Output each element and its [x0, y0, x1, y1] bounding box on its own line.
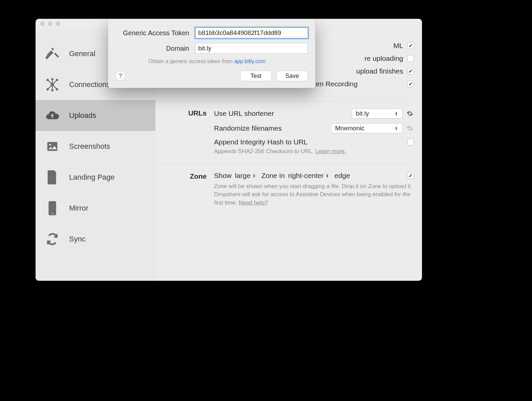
- checkbox[interactable]: [407, 68, 414, 75]
- randomize-select[interactable]: Mnemonic ▲▼: [331, 123, 403, 133]
- zone-section: Zone Show large ▲▼ Zone in: [158, 164, 414, 211]
- svg-point-10: [52, 213, 53, 214]
- chevron-up-down-icon: ▲▼: [395, 126, 400, 130]
- bitly-link[interactable]: app.bitly.com: [234, 58, 265, 64]
- sync-icon: [44, 231, 60, 247]
- zone-text: edge: [334, 172, 403, 180]
- zone-size-select[interactable]: large ▲▼: [233, 172, 259, 180]
- network-icon: [44, 77, 60, 93]
- domain-input[interactable]: [195, 43, 308, 54]
- document-icon: [44, 169, 60, 185]
- checkbox[interactable]: [407, 42, 414, 49]
- svg-point-8: [49, 144, 51, 145]
- phone-icon: [44, 200, 60, 216]
- checkbox[interactable]: [407, 55, 414, 62]
- integrity-label: Append Integrity Hash to URL: [214, 138, 403, 146]
- select-value: large: [235, 172, 251, 180]
- chevron-up-down-icon: ▲▼: [326, 174, 331, 178]
- randomize-label: Randomize filenames: [214, 124, 331, 132]
- zone-position-select[interactable]: right-center ▲▼: [287, 172, 332, 180]
- sidebar-item-label: Sync: [69, 235, 86, 243]
- cloud-upload-icon: [44, 107, 60, 124]
- bitly-auth-sheet: Generic Access Token Domain Obtain a gen…: [108, 19, 315, 88]
- integrity-checkbox[interactable]: [407, 139, 414, 145]
- learn-more-link[interactable]: Learn more.: [315, 148, 346, 154]
- token-input[interactable]: [195, 28, 308, 38]
- sidebar-item-sync[interactable]: Sync: [36, 224, 155, 255]
- sidebar-item-uploads[interactable]: Uploads: [36, 100, 155, 131]
- select-value: bit.ly: [356, 110, 369, 117]
- randomize-settings-button[interactable]: [406, 124, 414, 132]
- tools-icon: [44, 46, 60, 62]
- test-button[interactable]: Test: [240, 71, 272, 81]
- close-window-button[interactable]: [40, 21, 45, 26]
- sidebar-item-label: Mirror: [69, 204, 88, 213]
- zone-text: Show: [214, 172, 232, 180]
- zoom-window-button[interactable]: [56, 21, 60, 26]
- domain-label: Domain: [115, 45, 195, 52]
- sidebar-item-label: General: [69, 49, 95, 58]
- urls-section: URLs Use URL shortener bit.ly ▲▼: [158, 101, 414, 159]
- section-heading: URLs: [158, 108, 214, 156]
- sidebar-item-label: Connections: [69, 80, 110, 89]
- token-label: Generic Access Token: [115, 29, 195, 37]
- url-shortener-label: Use URL shortener: [214, 109, 352, 118]
- select-value: right-center: [288, 172, 324, 180]
- shortener-settings-button[interactable]: [406, 109, 414, 118]
- zone-text: Zone in: [261, 172, 285, 180]
- sidebar-item-mirror[interactable]: Mirror: [36, 193, 155, 224]
- svg-rect-7: [47, 142, 57, 151]
- section-heading: Zone: [158, 172, 214, 207]
- help-button[interactable]: ?: [115, 71, 125, 81]
- zone-enable-checkbox[interactable]: [407, 172, 414, 179]
- sidebar-item-label: Uploads: [69, 111, 96, 120]
- url-shortener-select[interactable]: bit.ly ▲▼: [352, 108, 403, 119]
- chevron-up-down-icon: ▲▼: [253, 174, 258, 178]
- select-value: Mnemonic: [335, 125, 365, 132]
- image-icon: [44, 138, 60, 154]
- sidebar-item-label: Landing Page: [69, 173, 115, 182]
- need-help-link[interactable]: Need help?: [239, 199, 268, 206]
- chevron-up-down-icon: ▲▼: [395, 112, 400, 116]
- sidebar-item-label: Screenshots: [69, 142, 110, 151]
- sidebar-item-screenshots[interactable]: Screenshots: [36, 131, 155, 162]
- sheet-hint: Obtain a generic access token from app.b…: [148, 58, 308, 64]
- save-button[interactable]: Save: [276, 71, 308, 81]
- zone-hint: Zone will be shown when you start draggi…: [214, 182, 414, 207]
- minimize-window-button[interactable]: [48, 21, 52, 26]
- sidebar-item-landing-page[interactable]: Landing Page: [36, 162, 155, 193]
- dnd-checkbox[interactable]: [407, 81, 414, 87]
- integrity-hint: Appends SHA2-256 Checksum to URL. Learn …: [214, 147, 414, 156]
